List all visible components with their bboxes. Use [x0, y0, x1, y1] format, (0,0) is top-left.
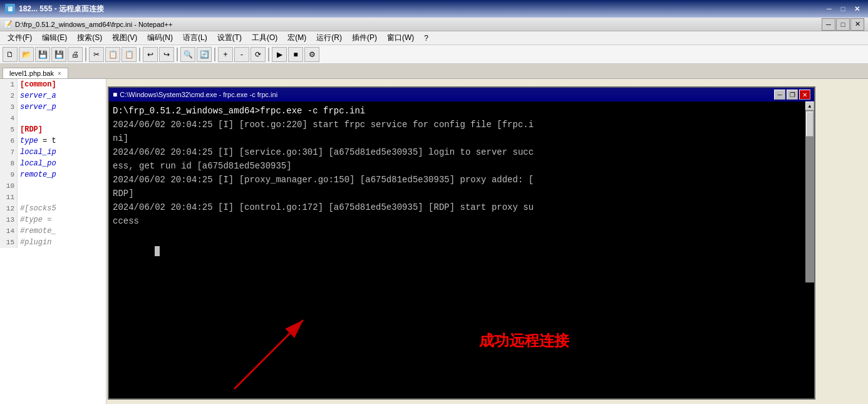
toolbar-zoom-restore[interactable]: ⟳ — [251, 47, 266, 62]
cmd-title: C:\Windows\System32\cmd.exe - frpc.exe -… — [120, 91, 774, 98]
tab-bar: level1.php.bak × — [0, 64, 868, 79]
toolbar-undo[interactable]: ↩ — [143, 47, 158, 62]
toolbar-save[interactable]: 💾 — [35, 47, 50, 62]
line-13: 13 #type = — [0, 214, 106, 225]
toolbar-sep-5 — [268, 48, 269, 61]
menu-run[interactable]: 运行(R) — [311, 31, 347, 44]
annotation-overlay: 成功远程连接 — [109, 282, 814, 398]
line-13-content: #type = — [18, 214, 51, 225]
cmd-icon: ■ — [113, 90, 117, 99]
npp-titlebar: 📝 D:\frp_0.51.2_windows_amd64\frpc.ini -… — [0, 18, 868, 31]
cmd-line-4: ess, get run id [a675d81ed5e30935] — [113, 159, 800, 173]
tab-close-button[interactable]: × — [58, 70, 61, 77]
toolbar-replace[interactable]: 🔄 — [197, 47, 212, 62]
remote-desktop-icon: 🖥 — [5, 4, 15, 14]
toolbar-sep-4 — [214, 48, 215, 61]
toolbar-open[interactable]: 📂 — [19, 47, 34, 62]
menu-plugins[interactable]: 插件(P) — [347, 31, 382, 44]
cmd-line-5: 2024/06/02 20:04:25 [I] [proxy_manager.g… — [113, 173, 800, 187]
editor-area[interactable]: 1 [common] 2 server_a 3 server_p 4 — [0, 79, 106, 404]
menu-view[interactable]: 视图(V) — [107, 31, 142, 44]
menu-help[interactable]: ? — [419, 33, 433, 44]
menu-language[interactable]: 语言(L) — [178, 31, 212, 44]
line-2: 2 server_a — [0, 90, 106, 101]
line-8: 8 local_po — [0, 158, 106, 169]
toolbar: 🗋 📂 💾 💾 🖨 ✂ 📋 📋 ↩ ↪ 🔍 🔄 + - ⟳ ▶ ■ ⚙ — [0, 45, 868, 64]
toolbar-copy[interactable]: 📋 — [105, 47, 120, 62]
menu-file[interactable]: 文件(F) — [3, 31, 37, 44]
line-15: 15 #plugin — [0, 237, 106, 248]
cmd-close-button[interactable]: ✕ — [799, 90, 810, 100]
npp-close-button[interactable]: ✕ — [850, 18, 864, 31]
menu-window[interactable]: 窗口(W) — [382, 31, 419, 44]
tab-label: level1.php.bak — [9, 70, 54, 77]
cmd-line-prompt: D:\frp_0.51.2_windows_amd64>frpc.exe -c … — [113, 104, 800, 118]
remote-maximize-button[interactable]: □ — [837, 3, 849, 14]
menu-edit[interactable]: 编辑(E) — [37, 31, 72, 44]
cmd-titlebar-buttons: ─ ❐ ✕ — [774, 90, 810, 100]
cmd-line-1: 2024/06/02 20:04:25 [I] [root.go:220] st… — [113, 118, 800, 132]
line-10: 10 — [0, 180, 106, 192]
cmd-line-7: 2024/06/02 20:04:25 [I] [control.go:172]… — [113, 200, 800, 214]
toolbar-paste[interactable]: 📋 — [121, 47, 137, 62]
menu-macro[interactable]: 宏(M) — [282, 31, 311, 44]
line-8-content: local_po — [18, 158, 56, 169]
toolbar-zoom-out[interactable]: - — [234, 47, 249, 62]
toolbar-zoom-in[interactable]: + — [218, 47, 233, 62]
toolbar-redo[interactable]: ↪ — [159, 47, 174, 62]
cmd-line-6: RDP] — [113, 187, 800, 200]
toolbar-print[interactable]: 🖨 — [68, 47, 83, 62]
toolbar-btn-extra3[interactable]: ⚙ — [304, 47, 319, 62]
line-1: 1 [common] — [0, 79, 106, 90]
toolbar-saveall[interactable]: 💾 — [51, 47, 66, 62]
editor-lines: 1 [common] 2 server_a 3 server_p 4 — [0, 79, 106, 248]
toolbar-btn-extra1[interactable]: ▶ — [272, 47, 287, 62]
svg-line-1 — [234, 320, 303, 389]
toolbar-find[interactable]: 🔍 — [180, 47, 195, 62]
toolbar-cut[interactable]: ✂ — [89, 47, 104, 62]
line-9: 9 remote_p — [0, 169, 106, 180]
remote-desktop-title: 182... 555 - 远程桌面连接 — [19, 4, 823, 14]
cmd-lines: D:\frp_0.51.2_windows_amd64>frpc.exe -c … — [113, 104, 810, 272]
remote-close-button[interactable]: ✕ — [850, 3, 863, 14]
npp-title: D:\frp_0.51.2_windows_amd64\frpc.ini - N… — [15, 21, 821, 28]
line-9-content: remote_p — [18, 169, 56, 180]
tab-level1[interactable]: level1.php.bak × — [3, 68, 68, 78]
line-7: 7 local_ip — [0, 147, 106, 158]
npp-maximize-button[interactable]: □ — [836, 18, 850, 31]
toolbar-btn-extra2[interactable]: ■ — [288, 47, 303, 62]
cmd-window: ■ C:\Windows\System32\cmd.exe - frpc.exe… — [108, 86, 815, 400]
line-7-content: local_ip — [18, 147, 56, 158]
npp-icon: 📝 — [4, 20, 13, 29]
arrow-svg — [109, 282, 814, 398]
cmd-restore-button[interactable]: ❐ — [787, 90, 798, 100]
menu-tools[interactable]: 工具(O) — [247, 31, 282, 44]
remote-desktop-titlebar: 🖥 182... 555 - 远程桌面连接 ─ □ ✕ — [0, 0, 868, 18]
menu-bar: 文件(F) 编辑(E) 搜索(S) 视图(V) 编码(N) 语言(L) 设置(T… — [0, 31, 868, 45]
line-12: 12 #[socks5 — [0, 203, 106, 214]
line-6: 6 type = t — [0, 135, 106, 147]
remote-titlebar-buttons: ─ □ ✕ — [823, 3, 863, 14]
line-11: 11 — [0, 192, 106, 203]
line-3-content: server_p — [18, 101, 56, 113]
remote-minimize-button[interactable]: ─ — [823, 3, 835, 14]
line-1-content: [common] — [20, 80, 56, 89]
menu-settings[interactable]: 设置(T) — [212, 31, 247, 44]
line-5: 5 [RDP] — [0, 124, 106, 135]
line-4-content — [18, 113, 20, 124]
menu-encode[interactable]: 编码(N) — [142, 31, 178, 44]
toolbar-sep-3 — [177, 48, 178, 61]
cmd-titlebar: ■ C:\Windows\System32\cmd.exe - frpc.exe… — [109, 88, 814, 101]
line-14-content: #remote_ — [18, 225, 56, 237]
line-14: 14 #remote_ — [0, 225, 106, 237]
cmd-minimize-button[interactable]: ─ — [774, 90, 785, 100]
scrollbar-up-button[interactable]: ▲ — [805, 101, 814, 110]
menu-search[interactable]: 搜索(S) — [72, 31, 107, 44]
cmd-line-3: 2024/06/02 20:04:25 [I] [service.go:301]… — [113, 145, 800, 159]
toolbar-sep-1 — [85, 48, 86, 61]
toolbar-new[interactable]: 🗋 — [3, 47, 18, 62]
line-15-content: #plugin — [18, 237, 51, 248]
npp-minimize-button[interactable]: ─ — [822, 18, 835, 31]
line-4: 4 — [0, 113, 106, 124]
scrollbar-thumb[interactable] — [806, 111, 814, 137]
